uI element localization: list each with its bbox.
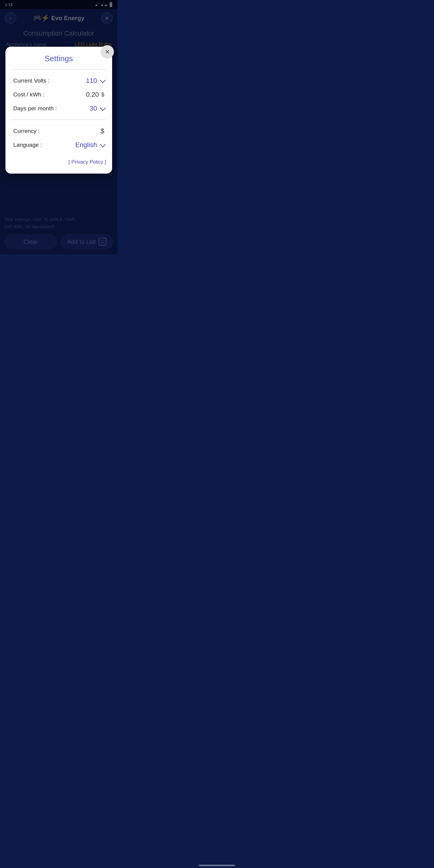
currency-value-group[interactable]: $ [101,127,104,135]
days-value-group[interactable]: 30 [90,104,104,113]
divider-middle [11,120,106,120]
close-modal-button[interactable]: ✕ [101,45,114,59]
currency-row: Currency : $ [11,124,106,138]
currency-value: $ [101,127,104,135]
cost-row: Cost / kWh : 0.20 $ [11,88,106,101]
language-value-group[interactable]: English [75,141,104,149]
current-volts-label: Current Volts : [13,78,50,84]
privacy-policy-link[interactable]: [ Privacy Policy ] [11,159,106,165]
currency-label: Currency : [13,128,40,134]
cost-value: 0.20 [86,91,99,98]
language-value: English [75,141,97,149]
days-row: Days per month : 30 [11,101,106,116]
language-label: Language : [13,142,42,148]
language-chevron-icon [100,141,106,147]
days-label: Days per month : [13,105,57,112]
current-volts-value-group[interactable]: 110 [86,77,104,85]
cost-currency: $ [101,92,104,98]
settings-title: Settings [11,54,106,63]
days-value: 30 [90,104,97,113]
settings-modal: Settings Current Volts : 110 Cost / kWh … [5,47,112,174]
divider-top [11,69,106,70]
current-volts-value: 110 [86,77,97,85]
days-chevron-icon [100,105,106,111]
cost-label: Cost / kWh : [13,91,44,98]
volts-chevron-icon [100,77,106,83]
current-volts-row: Current Volts : 110 [11,74,106,88]
language-row: Language : English [11,138,106,152]
cost-value-group[interactable]: 0.20 $ [86,91,104,98]
